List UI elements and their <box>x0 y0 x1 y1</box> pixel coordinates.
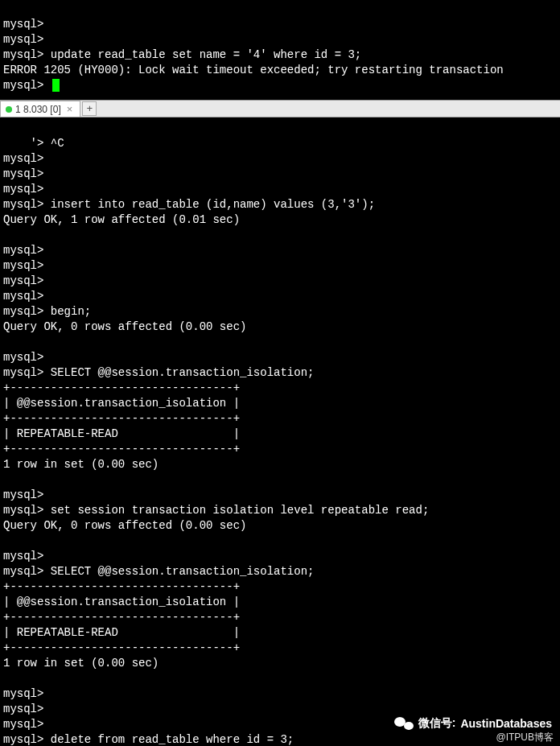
terminal-line: mysql> <box>3 488 43 501</box>
terminal-line: mysql> <box>3 259 43 272</box>
terminal-line: | REPEATABLE-READ | <box>3 626 240 639</box>
terminal-line: mysql> begin; <box>3 305 91 318</box>
cursor-icon <box>52 79 60 92</box>
terminal-line: 1 row in set (0.00 sec) <box>3 657 159 670</box>
terminal-line: '> ^C <box>3 137 64 150</box>
terminal-line: mysql> <box>3 152 43 165</box>
terminal-line: Query OK, 1 row affected (0.01 sec) <box>3 213 240 226</box>
terminal-top-pane[interactable]: mysql> mysql> mysql> update read_table s… <box>0 0 560 95</box>
terminal-line: ERROR 1205 (HY000): Lock wait timeout ex… <box>3 64 504 76</box>
terminal-line: mysql> <box>3 703 43 715</box>
tab-bar: 1 8.030 [0] × + <box>0 100 560 117</box>
terminal-line: mysql> insert into read_table (id,name) … <box>3 198 375 211</box>
terminal-tab[interactable]: 1 8.030 [0] × <box>0 101 80 117</box>
terminal-line: mysql> SELECT @@session.transaction_isol… <box>3 565 314 578</box>
terminal-line: Query OK, 0 rows affected (0.00 sec) <box>3 320 246 333</box>
terminal-line: mysql> <box>3 351 43 364</box>
terminal-line: +---------------------------------+ <box>3 580 240 593</box>
terminal-line: mysql> <box>3 18 43 31</box>
status-dot-icon <box>6 106 12 113</box>
watermark: 微信号: AustinDatabases <box>394 715 552 732</box>
tab-label: 1 8.030 [0] <box>15 104 61 115</box>
terminal-line: mysql> <box>3 244 43 257</box>
terminal-line: mysql> <box>3 183 43 196</box>
terminal-line: mysql> update read_table set name = '4' … <box>3 48 361 61</box>
terminal-line: mysql> <box>3 550 43 563</box>
watermark-label: 微信号: <box>418 716 456 731</box>
terminal-line: mysql> delete from read_table where id =… <box>3 733 294 746</box>
terminal-line: 1 row in set (0.00 sec) <box>3 458 159 471</box>
add-tab-button[interactable]: + <box>82 101 97 116</box>
terminal-line: mysql> <box>3 718 43 731</box>
terminal-line: mysql> <box>3 33 43 46</box>
terminal-line: +---------------------------------+ <box>3 611 240 624</box>
terminal-line: | @@session.transaction_isolation | <box>3 596 240 608</box>
terminal-line: mysql> <box>3 290 43 303</box>
terminal-line: +---------------------------------+ <box>3 641 240 654</box>
terminal-line: | REPEATABLE-READ | <box>3 427 240 440</box>
terminal-line: mysql> <box>3 687 43 700</box>
watermark-source: @ITPUB博客 <box>496 731 554 744</box>
wechat-icon <box>394 715 414 732</box>
terminal-line: mysql> set session transaction isolation… <box>3 504 429 517</box>
terminal-prompt: mysql> <box>3 79 51 92</box>
terminal-line: +---------------------------------+ <box>3 381 240 394</box>
terminal-bottom-pane[interactable]: '> ^C mysql> mysql> mysql> mysql> insert… <box>0 117 560 746</box>
terminal-line: | @@session.transaction_isolation | <box>3 397 240 410</box>
terminal-line: +---------------------------------+ <box>3 412 240 425</box>
watermark-value: AustinDatabases <box>460 717 552 730</box>
terminal-line: mysql> SELECT @@session.transaction_isol… <box>3 366 314 379</box>
terminal-line: mysql> <box>3 274 43 287</box>
terminal-line: mysql> <box>3 167 43 180</box>
terminal-line: Query OK, 0 rows affected (0.00 sec) <box>3 519 246 532</box>
terminal-line: +---------------------------------+ <box>3 443 240 455</box>
close-icon[interactable]: × <box>64 103 76 115</box>
